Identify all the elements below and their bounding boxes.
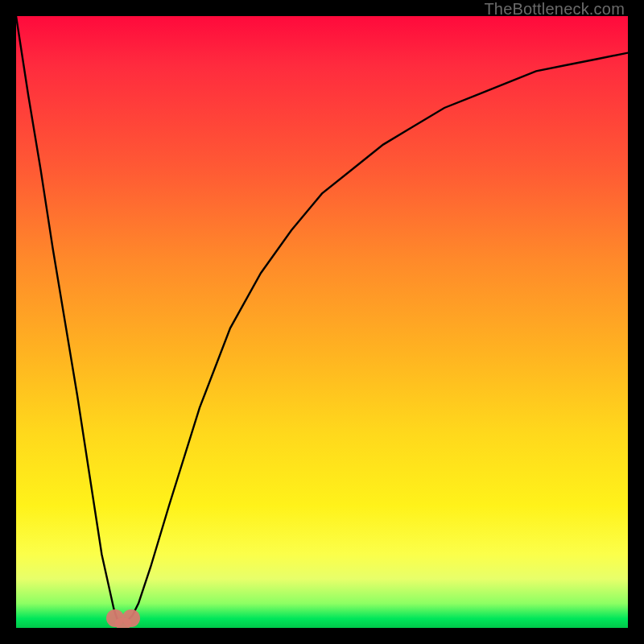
bottleneck-curve bbox=[16, 16, 628, 621]
attribution-label: TheBottleneck.com bbox=[484, 0, 625, 19]
min-marker bbox=[106, 609, 140, 628]
curve-svg bbox=[16, 16, 628, 628]
chart-frame: TheBottleneck.com bbox=[0, 0, 644, 644]
plot-area bbox=[16, 16, 628, 628]
min-marker-left bbox=[106, 609, 124, 627]
min-marker-right bbox=[122, 609, 140, 627]
